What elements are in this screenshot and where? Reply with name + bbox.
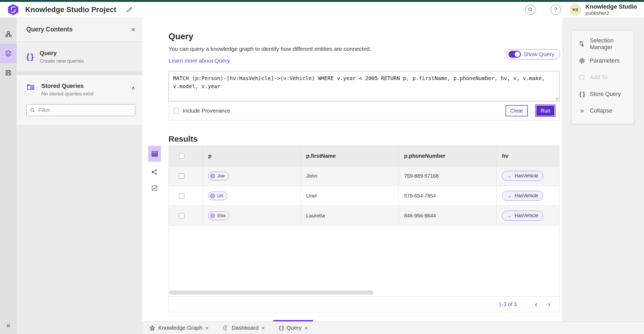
help-button[interactable]: ? (551, 5, 561, 15)
cell-phonenumber: 578-654-7854 (399, 186, 497, 206)
show-query-toggle[interactable]: Show Query (506, 49, 560, 59)
relation-pill[interactable]: →HasVehicle (502, 171, 543, 181)
entity-label: Etta (217, 213, 225, 218)
tool-label: Collapse (590, 107, 612, 114)
chevron-up-icon[interactable]: ∧ (131, 82, 135, 91)
parameters-button[interactable]: Parameters (579, 52, 634, 69)
horizontal-scrollbar[interactable] (169, 290, 374, 295)
stored-queries-section: Stored Queries No stored queries exist ∧ (17, 75, 142, 125)
chart-view-button[interactable] (148, 182, 161, 194)
filter-input[interactable] (38, 107, 132, 113)
next-page-button[interactable]: › (543, 299, 555, 310)
filter-field[interactable] (26, 104, 135, 116)
hierarchy-icon (5, 31, 12, 38)
entity-pill[interactable]: Joe (208, 172, 229, 180)
results-title: Results (169, 134, 562, 143)
avatar[interactable]: KS (569, 4, 581, 16)
clear-button[interactable]: Clear (506, 105, 528, 116)
collapse-button[interactable]: » Collapse (579, 102, 634, 119)
cell-firstname: John (301, 166, 399, 186)
user-role: publisher2 (586, 10, 637, 16)
query-item-label: Query (40, 50, 84, 57)
table-view-button[interactable] (148, 146, 161, 162)
entity-pill[interactable]: Uri (208, 192, 227, 200)
add-to-button: Add To (579, 69, 634, 86)
icon-rail: » (0, 17, 17, 334)
layers-icon (5, 50, 12, 57)
tab-close-icon[interactable]: × (262, 325, 265, 331)
learn-more-link[interactable]: Learn more about Query (169, 58, 230, 64)
save-icon (5, 69, 12, 76)
parameters-gear-icon (579, 57, 586, 64)
tab-close-icon[interactable]: × (205, 325, 208, 331)
tab-query[interactable]: { } Query × (272, 322, 315, 334)
column-header-p[interactable]: p (203, 146, 301, 166)
row-checkbox[interactable] (179, 173, 184, 179)
stored-queries-sublabel: No stored queries exist (41, 91, 93, 97)
arrow-right-icon: → (507, 213, 512, 218)
tab-close-icon[interactable]: × (305, 325, 308, 331)
cell-phonenumber: 759-889-57168 (399, 166, 497, 186)
close-icon[interactable]: × (131, 26, 135, 33)
entity-label: Joe (217, 173, 225, 179)
row-checkbox[interactable] (179, 213, 184, 218)
store-query-button[interactable]: { } Store Query (579, 86, 634, 102)
entity-pill[interactable]: Etta (208, 211, 229, 220)
panel-item-query[interactable]: { } Query Create new queries (17, 42, 142, 72)
rail-item-save[interactable] (0, 63, 17, 82)
app-logo-icon[interactable] (7, 3, 19, 16)
panel-empty-area (17, 125, 142, 334)
pagination-range: 1-3 of 3 (499, 301, 517, 307)
results-view-switcher (148, 146, 161, 312)
query-textarea[interactable]: MATCH (p:Person)-[hv:HasVehicle]->(v:Veh… (169, 71, 559, 101)
app-header: Knowledge Studio Project ? KS Knowledge … (0, 2, 644, 17)
node-icon (210, 213, 215, 218)
run-button[interactable]: Run (535, 105, 555, 117)
table-row[interactable]: Uri Uriel 578-654-7854 →HasVehicle (169, 186, 559, 206)
column-header-hv[interactable]: hv (497, 146, 559, 166)
query-item-sublabel: Create new queries (40, 58, 84, 64)
table-row[interactable]: Joe John 759-889-57168 →HasVehicle (169, 166, 559, 186)
query-contents-panel: Query Contents × { } Query Create new qu… (17, 17, 142, 334)
results-table: p p.firstName p.phoneNumber hv Joe John … (169, 146, 559, 312)
edit-pencil-icon[interactable] (126, 6, 133, 13)
arrow-right-icon: → (507, 174, 512, 178)
rail-item-queries[interactable] (0, 44, 17, 63)
table-row[interactable]: Etta Lauretta 846-956-8644 →HasVehicle (169, 206, 559, 226)
search-icon (30, 107, 35, 113)
table-view-icon (151, 150, 158, 157)
relation-label: HasVehicle (515, 213, 538, 218)
search-button[interactable] (525, 5, 535, 15)
relation-pill[interactable]: →HasVehicle (502, 211, 543, 221)
table-header-row: p p.firstName p.phoneNumber hv (169, 146, 559, 166)
row-checkbox[interactable] (179, 193, 184, 199)
relation-pill[interactable]: →HasVehicle (502, 191, 543, 201)
window-top-strip (0, 0, 644, 2)
tab-dashboard[interactable]: Dashboard × (215, 322, 272, 334)
tab-label: Knowledge Graph (158, 325, 202, 331)
folder-icon (26, 82, 35, 91)
user-name: Knowledge Studio (586, 3, 637, 10)
cell-firstname: Uriel (301, 186, 399, 206)
column-header-firstname[interactable]: p.firstName (301, 146, 399, 166)
search-icon (528, 7, 533, 12)
include-provenance-checkbox[interactable] (174, 108, 179, 113)
graph-view-button[interactable] (148, 166, 161, 178)
dashboard-gauge-icon (222, 325, 229, 331)
include-provenance-label: Include Provenance (183, 108, 230, 114)
toggle-switch[interactable] (508, 51, 521, 58)
braces-icon: { } (579, 91, 586, 98)
project-title: Knowledge Studio Project (25, 6, 116, 14)
column-header-phonenumber[interactable]: p.phoneNumber (399, 146, 497, 166)
previous-page-button[interactable]: ‹ (530, 299, 543, 310)
header-divider (543, 4, 543, 16)
select-all-checkbox[interactable] (179, 153, 184, 159)
expand-panel-icon[interactable]: » (6, 321, 10, 330)
table-empty-area (169, 226, 559, 296)
selection-manager-button[interactable]: Selection Manager (579, 36, 634, 52)
braces-icon: { } (26, 52, 33, 61)
rail-item-hierarchy[interactable] (0, 24, 17, 44)
bottom-tab-bar: Knowledge Graph × Dashboard × { } Query … (142, 321, 644, 334)
tool-label: Parameters (590, 58, 620, 64)
tab-knowledge-graph[interactable]: Knowledge Graph × (142, 322, 215, 334)
